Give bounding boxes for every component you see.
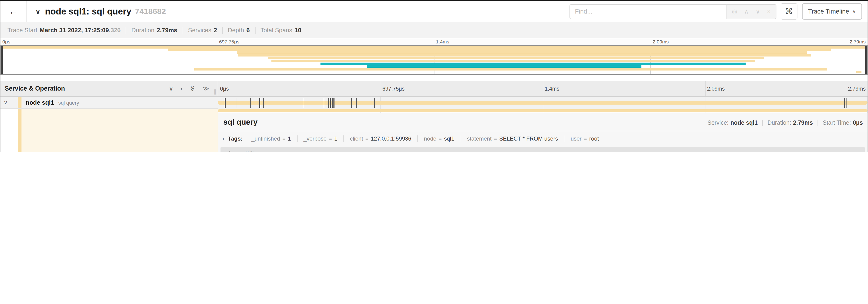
log-marker[interactable]: [356, 98, 357, 108]
summary-item-value: 2.79ms: [157, 26, 177, 33]
find-clear-icon[interactable]: ×: [767, 8, 771, 14]
log-marker[interactable]: [333, 98, 333, 108]
log-marker[interactable]: [261, 98, 261, 108]
log-marker[interactable]: [236, 98, 237, 108]
tag-equals: =: [494, 136, 497, 141]
span-row-name-cell[interactable]: ∨node sql1sql query: [0, 97, 218, 109]
logs-label: Logs: [229, 150, 242, 152]
tag-equals: =: [329, 136, 332, 141]
find-input[interactable]: [570, 4, 726, 19]
ruler-label: 1.4ms: [545, 86, 559, 91]
span-detail-panel: sql query Service:node sql1 Duration:2.7…: [218, 112, 868, 152]
locate-icon[interactable]: ◎: [732, 8, 737, 14]
span-detail-header: sql query Service:node sql1 Duration:2.7…: [218, 112, 868, 127]
tag-value: 1: [334, 135, 337, 142]
ruler-label: 1.4ms: [436, 39, 449, 44]
column-resize-grip[interactable]: ∥: [214, 89, 216, 96]
minimap-span-bar: [272, 60, 755, 62]
tags-accordion[interactable]: › Tags: _unfinished=1_verbose=1client=12…: [218, 131, 868, 146]
log-marker[interactable]: [259, 98, 260, 108]
timeline-minimap[interactable]: [0, 45, 868, 75]
ruler-label: 2.79ms: [848, 86, 866, 91]
find-control: ◎ ∧ ∨ ×: [569, 4, 776, 19]
trace-view-selector[interactable]: Trace Timeline ∨: [802, 3, 862, 20]
log-marker[interactable]: [374, 98, 375, 108]
span-bar[interactable]: [218, 101, 868, 105]
back-button[interactable]: ←: [0, 1, 27, 22]
log-marker[interactable]: [225, 98, 226, 108]
chevron-down-icon[interactable]: ∨: [4, 99, 7, 105]
tag-key: _verbose: [303, 135, 327, 142]
log-marker[interactable]: [303, 98, 304, 108]
tag-equals: =: [439, 136, 442, 141]
ruler-label: 2.09ms: [653, 39, 669, 44]
page-title: node sql1: sql query: [45, 6, 131, 16]
summary-item: Duration2.79ms: [126, 26, 182, 33]
tags-label: Tags:: [228, 135, 243, 142]
command-icon: ⌘: [785, 6, 793, 16]
minimap-span-bar: [238, 55, 811, 57]
top-bar: ← ∨ node sql1: sql query 7418682 ◎ ∧ ∨ ×…: [0, 1, 868, 22]
find-suffix-buttons: ◎ ∧ ∨ ×: [726, 4, 776, 19]
logs-accordion[interactable]: › Logs (18): [220, 147, 865, 152]
gridline: [705, 81, 706, 96]
span-row[interactable]: ∨node sql1sql query: [0, 97, 868, 109]
minimap-span-bar: [367, 65, 642, 68]
find-next-icon[interactable]: ∨: [756, 8, 760, 14]
service-name: node sql1: [26, 99, 54, 106]
span-detail-title: sql query: [223, 118, 258, 127]
tag-key: client: [350, 135, 363, 142]
find-prev-icon[interactable]: ∧: [744, 8, 749, 14]
tag-value: SELECT * FROM users: [499, 135, 558, 142]
log-marker[interactable]: [330, 98, 331, 108]
start-time-value: 0μs: [853, 120, 863, 126]
summary-item: Depth6: [222, 26, 255, 33]
detail-left-tint: [22, 109, 218, 152]
log-marker[interactable]: [263, 98, 264, 108]
operation-name: sql query: [58, 100, 79, 105]
log-marker[interactable]: [351, 98, 351, 108]
columns-header: Service & Operation ∨ › ≫ ≫ ∥ 0μs697.75μ…: [0, 81, 868, 97]
minimap-left-handle[interactable]: [1, 46, 3, 74]
log-marker[interactable]: [328, 98, 329, 108]
log-marker[interactable]: [846, 98, 847, 108]
start-time-label: Start Time:: [823, 120, 851, 126]
summary-item-label: Depth: [228, 26, 244, 33]
tag-item: user=root: [564, 135, 605, 142]
expand-one-icon[interactable]: ›: [180, 86, 182, 92]
summary-item-label: Trace Start: [7, 26, 37, 33]
collapse-one-icon[interactable]: ∨: [169, 86, 173, 92]
minimap-span-bar: [194, 68, 827, 70]
summary-item-label: Services: [188, 26, 211, 33]
log-marker[interactable]: [334, 98, 335, 108]
span-names: node sql1sql query: [26, 97, 79, 108]
tag-equals: =: [365, 136, 368, 141]
collapse-all-icon[interactable]: ≫: [189, 85, 195, 92]
chevron-down-icon: ∨: [852, 9, 856, 14]
log-marker[interactable]: [844, 98, 845, 108]
detail-span-bar-row: [218, 109, 868, 112]
tag-key: node: [424, 135, 436, 142]
detail-span-bar[interactable]: [218, 109, 868, 112]
keyboard-shortcuts-button[interactable]: ⌘: [780, 3, 797, 20]
tag-value: sql1: [444, 135, 454, 142]
span-row-timeline-cell[interactable]: [218, 97, 868, 109]
trace-collapse-icon[interactable]: ∨: [35, 8, 40, 15]
ruler-label: 697.75μs: [382, 86, 405, 91]
ruler-label: 2.09ms: [707, 86, 724, 91]
summary-item-label: Duration: [131, 26, 154, 33]
expand-all-icon[interactable]: ≫: [203, 86, 209, 92]
ruler-label: 2.79ms: [849, 39, 866, 44]
tag-item: node=sql1: [417, 135, 460, 142]
summary-item: Services2: [182, 26, 222, 33]
minimap-right-handle[interactable]: [865, 46, 867, 74]
log-marker[interactable]: [323, 98, 324, 108]
service-color-strip: [18, 109, 22, 152]
summary-item-value: March 31 2022, 17:25:09: [40, 26, 109, 33]
trace-id: 7418682: [135, 7, 166, 16]
ruler-label: 0μs: [220, 86, 229, 91]
gridline: [380, 81, 381, 96]
log-marker[interactable]: [250, 98, 251, 108]
gridline: [543, 81, 543, 96]
tag-key: _unfinished: [251, 135, 280, 142]
